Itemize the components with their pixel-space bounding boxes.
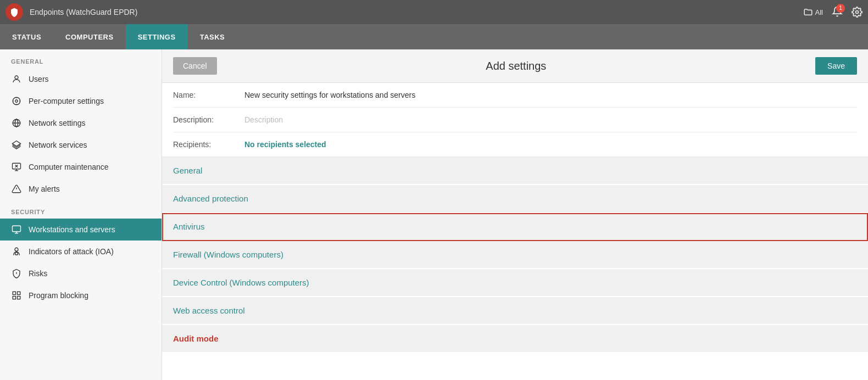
app-title: Endpoints (WatchGuard EPDR) bbox=[30, 8, 137, 16]
sidebar-network-services-label: Network services bbox=[29, 141, 87, 149]
sidebar-item-network-settings[interactable]: Network settings bbox=[0, 112, 162, 134]
section-device-control[interactable]: Device Control (Windows computers) bbox=[162, 269, 868, 297]
name-row: Name: New security settings for workstat… bbox=[173, 83, 857, 108]
gear-icon bbox=[852, 7, 863, 18]
sidebar-item-users[interactable]: Users bbox=[0, 68, 162, 90]
sidebar-item-ioa[interactable]: Indicators of attack (IOA) bbox=[0, 241, 162, 262]
sidebar-item-risks[interactable]: Risks bbox=[0, 262, 162, 284]
settings-form: Name: New security settings for workstat… bbox=[162, 83, 868, 157]
svg-rect-17 bbox=[15, 253, 18, 255]
section-antivirus[interactable]: Antivirus bbox=[162, 213, 868, 241]
settings-gear[interactable] bbox=[852, 7, 863, 18]
sidebar-general-label: GENERAL bbox=[0, 49, 162, 68]
folder-all[interactable]: All bbox=[803, 7, 823, 17]
sidebar-item-my-alerts[interactable]: My alerts bbox=[0, 178, 162, 200]
sidebar-program-blocking-label: Program blocking bbox=[29, 291, 88, 300]
sidebar-per-computer-label: Per-computer settings bbox=[29, 97, 104, 105]
svg-rect-23 bbox=[18, 297, 20, 299]
sidebar-item-computer-maintenance[interactable]: Computer maintenance bbox=[0, 156, 162, 178]
settings-sections: General Advanced protection Antivirus Fi… bbox=[162, 157, 868, 353]
globe-icon bbox=[11, 118, 22, 128]
topbar: Endpoints (WatchGuard EPDR) All 1 bbox=[0, 0, 868, 24]
monitor-x-icon bbox=[11, 161, 22, 172]
nav-status[interactable]: STATUS bbox=[0, 24, 53, 49]
main-nav: STATUS COMPUTERS SETTINGS TASKS bbox=[0, 24, 868, 49]
section-web-access[interactable]: Web access control bbox=[162, 297, 868, 325]
sidebar-workstations-label: Workstations and servers bbox=[29, 225, 115, 234]
save-button[interactable]: Save bbox=[815, 57, 857, 75]
sidebar-users-label: Users bbox=[29, 75, 49, 83]
section-audit-mode[interactable]: Audit mode bbox=[162, 325, 868, 353]
sidebar-computer-maintenance-label: Computer maintenance bbox=[29, 163, 109, 171]
page-title: Add settings bbox=[217, 60, 815, 72]
recipients-value[interactable]: No recipients selected bbox=[244, 140, 326, 149]
svg-point-16 bbox=[15, 248, 18, 251]
person-shield-icon bbox=[11, 246, 22, 257]
description-value[interactable]: Description bbox=[244, 115, 283, 124]
recipients-row: Recipients: No recipients selected bbox=[173, 132, 857, 157]
nav-computers[interactable]: COMPUTERS bbox=[53, 24, 126, 49]
svg-rect-20 bbox=[13, 292, 15, 294]
content-header: Cancel Add settings Save bbox=[162, 49, 868, 83]
section-firewall[interactable]: Firewall (Windows computers) bbox=[162, 241, 868, 269]
description-label: Description: bbox=[173, 115, 244, 124]
nav-settings[interactable]: SETTINGS bbox=[126, 24, 188, 49]
person-icon bbox=[11, 74, 22, 85]
sidebar: GENERAL Users Per-computer settings bbox=[0, 49, 162, 380]
sidebar-item-workstations[interactable]: Workstations and servers bbox=[0, 219, 162, 241]
topbar-right: All 1 bbox=[803, 6, 863, 19]
svg-rect-21 bbox=[18, 292, 20, 294]
section-general[interactable]: General bbox=[162, 157, 868, 185]
sidebar-network-settings-label: Network settings bbox=[29, 119, 85, 127]
sidebar-ioa-label: Indicators of attack (IOA) bbox=[29, 247, 114, 256]
sidebar-security-label: SECURITY bbox=[0, 200, 162, 219]
sidebar-item-per-computer[interactable]: Per-computer settings bbox=[0, 90, 162, 112]
sidebar-item-program-blocking[interactable]: Program blocking bbox=[0, 284, 162, 306]
logo-icon bbox=[9, 7, 19, 17]
name-label: Name: bbox=[173, 91, 244, 99]
layout-grid-icon bbox=[11, 290, 22, 301]
sidebar-risks-label: Risks bbox=[29, 269, 47, 278]
settings-circle-icon bbox=[11, 96, 22, 107]
section-advanced-protection[interactable]: Advanced protection bbox=[162, 185, 868, 213]
layers-icon bbox=[11, 139, 22, 150]
name-value: New security settings for workstations a… bbox=[244, 91, 415, 99]
alert-triangle-icon bbox=[11, 183, 22, 194]
main-content: Cancel Add settings Save Name: New secur… bbox=[162, 49, 868, 380]
description-row: Description: Description bbox=[173, 108, 857, 132]
svg-rect-13 bbox=[13, 226, 21, 232]
svg-point-2 bbox=[13, 97, 20, 105]
notifications[interactable]: 1 bbox=[832, 6, 843, 19]
shield-alert-icon bbox=[11, 268, 22, 279]
svg-rect-22 bbox=[13, 297, 15, 299]
nav-tasks[interactable]: TASKS bbox=[188, 24, 237, 49]
sidebar-my-alerts-label: My alerts bbox=[29, 185, 60, 193]
sidebar-item-network-services[interactable]: Network services bbox=[0, 134, 162, 156]
folder-icon bbox=[803, 7, 813, 17]
app-logo bbox=[5, 3, 23, 21]
main-layout: GENERAL Users Per-computer settings bbox=[0, 49, 868, 380]
monitor-icon bbox=[11, 224, 22, 235]
svg-point-3 bbox=[15, 100, 18, 103]
svg-point-1 bbox=[15, 76, 18, 79]
recipients-label: Recipients: bbox=[173, 140, 244, 149]
svg-point-0 bbox=[856, 11, 859, 14]
cancel-button[interactable]: Cancel bbox=[173, 57, 217, 75]
